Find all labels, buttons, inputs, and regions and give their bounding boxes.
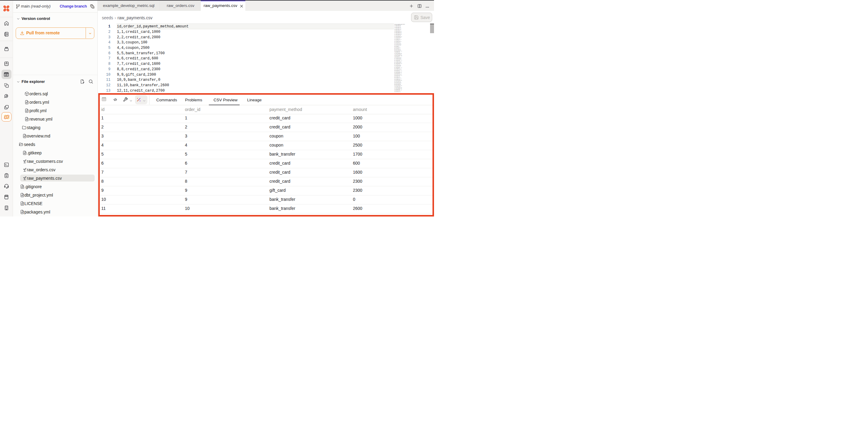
svg-text:98,75,gift_card,2200: 98,75,gift_card,2200 (394, 92, 401, 92)
